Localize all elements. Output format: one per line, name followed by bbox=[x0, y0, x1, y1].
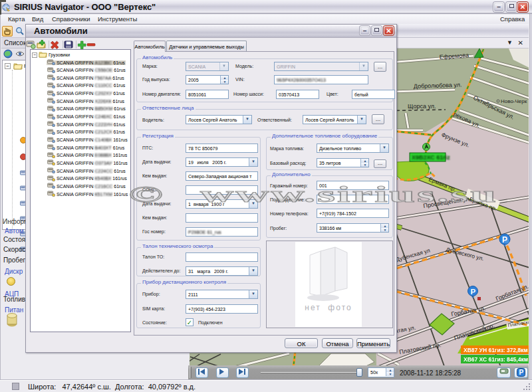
svg-text:Щорса ул.: Щорса ул. bbox=[408, 103, 436, 110]
svg-text:P: P bbox=[502, 235, 507, 245]
svg-text:ХВ87 УН 61гиз: 372,8км: ХВ87 УН 61гиз: 372,8км bbox=[464, 347, 528, 353]
svg-text:Х9В2ХС 61riz: Х9В2ХС 61riz bbox=[412, 154, 450, 161]
svg-text:Ново-Черк: Ново-Черк bbox=[501, 98, 527, 104]
svg-text:ХВ67 ХС 61гиз: 845,4км: ХВ67 ХС 61гиз: 845,4км bbox=[464, 356, 528, 363]
svg-text:P: P bbox=[471, 288, 476, 296]
svg-text:P: P bbox=[519, 369, 524, 376]
